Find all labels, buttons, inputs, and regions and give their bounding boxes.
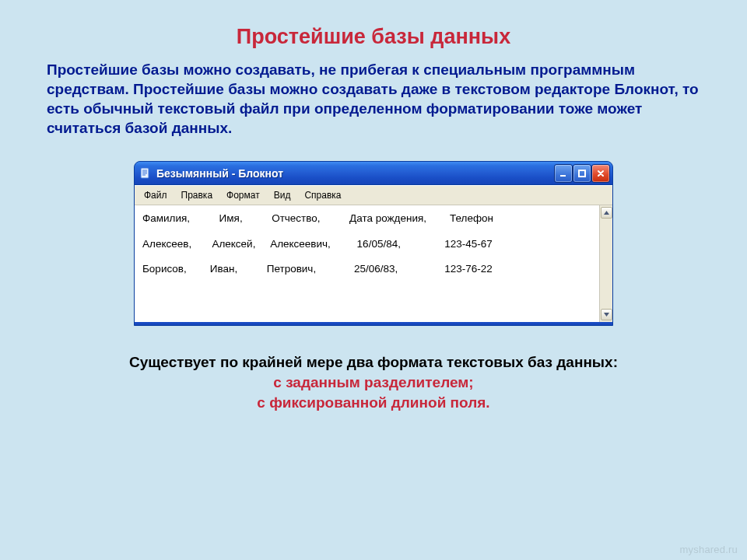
text-row: Борисов, Иван, Петрович, 25/06/83, 123-7… [142,262,591,276]
text-row-blank [142,251,591,262]
watermark: myshared.ru [680,544,738,555]
notepad-window-wrap: Безымянный - Блокнот Файл Правка Форма [134,161,613,326]
svg-rect-6 [579,170,585,177]
maximize-button[interactable] [573,165,591,182]
client-area: Фамилия, Имя, Отчество, Дата рождения, Т… [135,205,612,322]
format-line-1: с заданным разделителем; [47,374,700,391]
window-bottom-border [135,322,612,325]
menubar: Файл Правка Формат Вид Справка [135,185,612,205]
notepad-icon [139,167,152,180]
scroll-up-button[interactable] [601,207,612,219]
minimize-button[interactable] [555,165,572,182]
notepad-window: Безымянный - Блокнот Файл Правка Форма [134,161,613,326]
text-row: Алексеев, Алексей, Алексеевич, 16/05/84,… [142,237,591,251]
menu-file[interactable]: Файл [138,188,174,202]
formats-intro: Существует по крайней мере два формата т… [47,354,700,371]
text-row-blank [142,226,591,237]
window-title: Безымянный - Блокнот [156,167,555,180]
menu-format[interactable]: Формат [220,188,266,202]
window-buttons [555,165,609,182]
text-row: Фамилия, Имя, Отчество, Дата рождения, Т… [142,212,591,226]
menu-view[interactable]: Вид [268,188,297,202]
close-button[interactable] [592,165,609,182]
slide: Простейшие базы данных Простейшие базы м… [0,0,747,560]
intro-paragraph: Простейшие базы можно создавать, не приб… [47,60,700,138]
titlebar[interactable]: Безымянный - Блокнот [135,162,612,185]
text-area[interactable]: Фамилия, Имя, Отчество, Дата рождения, Т… [135,205,599,322]
menu-help[interactable]: Справка [298,188,347,202]
menu-edit[interactable]: Правка [175,188,219,202]
scroll-down-button[interactable] [601,309,612,320]
format-line-2: с фиксированной длиной поля. [47,394,700,411]
slide-title: Простейшие базы данных [47,25,700,49]
vertical-scrollbar[interactable] [599,205,612,322]
svg-rect-5 [560,175,566,177]
